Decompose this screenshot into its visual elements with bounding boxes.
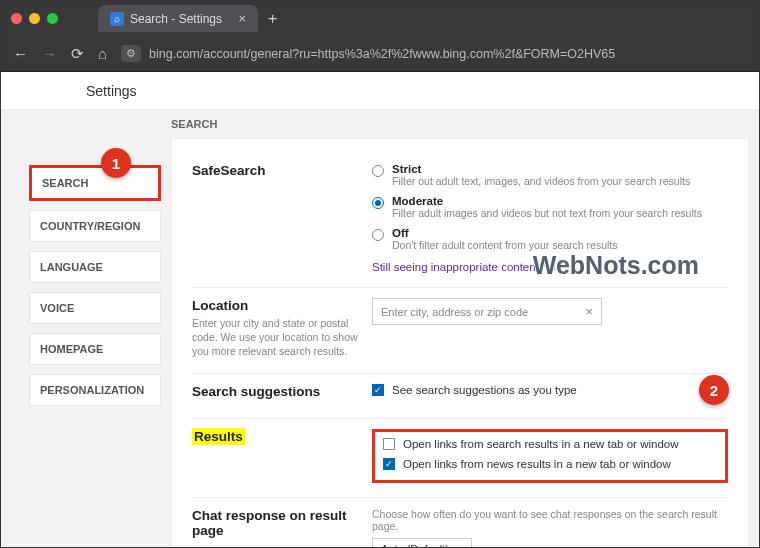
clear-icon[interactable]: × <box>585 304 593 319</box>
suggestions-section: Search suggestions ✓ See search suggesti… <box>192 374 728 419</box>
radio-icon[interactable] <box>372 229 384 241</box>
results-open-search-new-tab[interactable]: Open links from search results in a new … <box>383 438 717 450</box>
address-bar: ← → ⟳ ⌂ ⚙ bing.com/account/general?ru=ht… <box>1 36 759 72</box>
inappropriate-content-link[interactable]: Still seeing inappropriate content? ⌄ <box>372 261 557 273</box>
sidebar-item-voice[interactable]: VOICE <box>29 292 161 324</box>
suggestions-checkbox-row[interactable]: ✓ See search suggestions as you type <box>372 384 728 396</box>
chat-title: Chat response on result page <box>192 508 372 548</box>
settings-sidebar: SEARCH 1 SEARCH COUNTRY/REGION LANGUAGE … <box>1 110 171 548</box>
url-input[interactable]: ⚙ bing.com/account/general?ru=https%3a%2… <box>121 45 747 62</box>
close-tab-icon[interactable]: × <box>238 11 246 26</box>
suggestions-title: Search suggestions <box>192 384 372 404</box>
checkbox-icon[interactable]: ✓ <box>372 384 384 396</box>
safesearch-off[interactable]: Off Don't filter adult content from your… <box>372 227 728 251</box>
location-input[interactable]: Enter city, address or zip code × <box>372 298 602 325</box>
radio-icon[interactable] <box>372 197 384 209</box>
location-desc: Enter your city and state or postal code… <box>192 316 372 359</box>
minimize-window-icon[interactable] <box>29 13 40 24</box>
results-open-news-new-tab[interactable]: ✓ Open links from news results in a new … <box>383 458 717 470</box>
reload-icon[interactable]: ⟳ <box>71 45 84 63</box>
annotation-badge-2: 2 <box>699 375 729 405</box>
chevron-down-icon: ⌄ <box>549 262 557 273</box>
safesearch-section: SafeSearch Strict Filter out adult text,… <box>192 153 728 288</box>
results-section: Results Open links from search results i… <box>192 419 728 498</box>
tab-title: Search - Settings <box>130 12 222 26</box>
results-title: Results <box>192 428 245 445</box>
safesearch-moderate[interactable]: Moderate Filter adult images and videos … <box>372 195 728 219</box>
favicon-icon: ⌕ <box>110 12 124 26</box>
browser-tab[interactable]: ⌕ Search - Settings × <box>98 5 258 32</box>
sidebar-item-country[interactable]: COUNTRY/REGION <box>29 210 161 242</box>
browser-tab-bar: ⌕ Search - Settings × + <box>1 1 759 36</box>
home-icon[interactable]: ⌂ <box>98 45 107 62</box>
forward-icon: → <box>42 45 57 62</box>
location-section: Location Enter your city and state or po… <box>192 288 728 374</box>
safesearch-strict[interactable]: Strict Filter out adult text, images, an… <box>372 163 728 187</box>
chevron-down-icon: ⌄ <box>455 543 463 548</box>
checkbox-icon[interactable]: ✓ <box>383 458 395 470</box>
annotation-highlight-2: Open links from search results in a new … <box>372 429 728 483</box>
annotation-badge-1: 1 <box>101 148 131 178</box>
radio-icon[interactable] <box>372 165 384 177</box>
location-title: Location <box>192 298 372 313</box>
sidebar-item-language[interactable]: LANGUAGE <box>29 251 161 283</box>
chat-desc: Choose how often do you want to see chat… <box>372 508 728 532</box>
back-icon[interactable]: ← <box>13 45 28 62</box>
sidebar-item-search[interactable]: SEARCH <box>29 165 161 201</box>
site-settings-icon[interactable]: ⚙ <box>121 45 141 62</box>
chat-frequency-select[interactable]: Auto (Default) ⌄ <box>372 538 472 548</box>
settings-content: SafeSearch Strict Filter out adult text,… <box>171 138 749 548</box>
maximize-window-icon[interactable] <box>47 13 58 24</box>
url-text: bing.com/account/general?ru=https%3a%2f%… <box>149 47 615 61</box>
safesearch-title: SafeSearch <box>192 163 372 273</box>
checkbox-icon[interactable] <box>383 438 395 450</box>
page-header: Settings <box>1 72 759 110</box>
page-title: Settings <box>86 83 137 99</box>
close-window-icon[interactable] <box>11 13 22 24</box>
location-placeholder: Enter city, address or zip code <box>381 306 528 318</box>
window-controls <box>11 13 58 24</box>
sidebar-item-homepage[interactable]: HOMEPAGE <box>29 333 161 365</box>
new-tab-button[interactable]: + <box>268 10 277 28</box>
section-header: SEARCH <box>171 118 217 130</box>
chat-section: Chat response on result page Choose how … <box>192 498 728 548</box>
sidebar-item-personalization[interactable]: PERSONALIZATION <box>29 374 161 406</box>
